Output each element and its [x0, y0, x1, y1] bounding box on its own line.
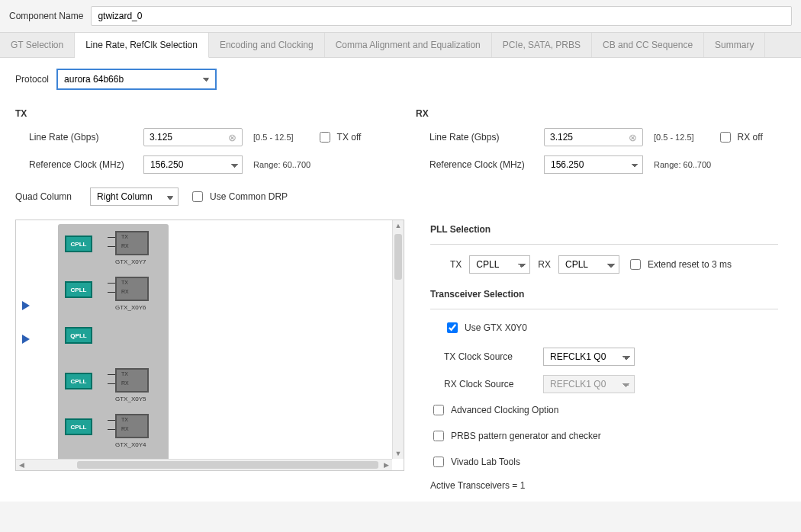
tx-port-label: TX [121, 234, 128, 239]
common-drp-label: Use Common DRP [210, 191, 288, 202]
extend-reset-label: Extend reset to 3 ms [648, 259, 732, 270]
tx-line-rate-hint: [0.5 - 12.5] [253, 133, 294, 142]
gtx-label: GTX_X0Y5 [115, 396, 146, 402]
rx-line-rate-input-wrap[interactable]: ⊗ [544, 128, 643, 146]
content-pane: Protocol aurora 64b66b TX Line Rate (Gbp… [0, 58, 801, 502]
component-name-input[interactable] [91, 6, 792, 26]
tx-port-label: TX [121, 371, 128, 377]
tx-refclk-label: Reference Clock (MHz) [29, 159, 136, 170]
rx-port-label: RX [121, 426, 129, 431]
rx-port-label: RX [121, 243, 129, 248]
scrollbar-thumb[interactable] [77, 461, 378, 469]
quad-column-select[interactable]: Right Column [90, 187, 179, 206]
tab-comma-eq[interactable]: Comma Alignment and Equalization [325, 33, 492, 57]
transceiver-selection-title: Transceiver Selection [430, 289, 778, 300]
scroll-up-icon[interactable]: ▲ [393, 222, 404, 229]
connection-line [108, 383, 115, 384]
advanced-clocking-label: Advanced Clocking Option [451, 405, 558, 415]
connection-line [108, 429, 115, 430]
rx-port-label: RX [121, 289, 129, 294]
rx-refclk-select[interactable]: 156.250 [544, 155, 643, 174]
common-drp-checkbox[interactable]: Use Common DRP [189, 189, 288, 204]
tab-pcie-sata-prbs[interactable]: PCIe, SATA, PRBS [492, 33, 592, 57]
gtx-label: GTX_X0Y7 [115, 258, 146, 265]
protocol-select[interactable]: aurora 64b66b [56, 69, 217, 90]
component-name-row: Component Name [0, 0, 801, 32]
rx-title: RX [416, 108, 786, 119]
active-transceivers-count: Active Transceivers = 1 [430, 480, 778, 491]
clear-icon[interactable]: ⊗ [227, 132, 238, 143]
tx-port-label: TX [121, 417, 128, 422]
pll-selection-title: PLL Selection [430, 224, 778, 235]
clear-icon[interactable]: ⊗ [627, 132, 639, 143]
protocol-label: Protocol [15, 74, 49, 85]
gtx-block[interactable] [115, 368, 149, 393]
tx-line-rate-label: Line Rate (Gbps) [29, 132, 136, 143]
pll-rx-select[interactable]: CPLL [558, 255, 619, 274]
gtx-block[interactable] [115, 231, 149, 255]
cpll-block[interactable]: CPLL [65, 281, 92, 298]
tx-off-checkbox[interactable]: TX off [317, 130, 362, 145]
use-gtx-checkbox[interactable]: Use GTX X0Y0 [444, 320, 527, 335]
tab-line-rate-refclk[interactable]: Line Rate, RefClk Selection [75, 33, 209, 58]
connection-line [108, 374, 115, 375]
horizontal-scrollbar[interactable]: ◀ ▶ [16, 459, 392, 470]
tx-port-label: TX [121, 280, 128, 285]
rx-clock-source-select: REFCLK1 Q0 [543, 375, 635, 393]
gtx-label: GTX_X0Y6 [115, 304, 146, 311]
tx-line-rate-input-wrap[interactable]: ⊗ [143, 128, 243, 146]
advanced-clocking-checkbox[interactable]: Advanced Clocking Option [430, 402, 558, 418]
rx-clock-source-label: RX Clock Source [444, 379, 536, 389]
connection-line [108, 420, 115, 421]
transceiver-diagram: CPLL TX RX GTX_X0Y7 CPLL TX RX GTX_X0Y6 … [15, 220, 404, 471]
tx-clock-source-select[interactable]: REFCLK1 Q0 [543, 348, 635, 366]
rx-refclk-hint: Range: 60..700 [654, 160, 711, 169]
pll-tx-label: TX [450, 259, 462, 270]
vivado-lab-label: Vivado Lab Tools [451, 457, 520, 467]
tx-line-rate-input[interactable] [148, 131, 227, 143]
qpll-block[interactable]: QPLL [65, 327, 92, 344]
prbs-label: PRBS pattern generator and checker [451, 431, 601, 441]
tab-encoding-clocking[interactable]: Encoding and Clocking [209, 33, 325, 57]
vivado-lab-checkbox[interactable]: Vivado Lab Tools [430, 454, 520, 470]
cpll-block[interactable]: CPLL [65, 418, 92, 435]
rx-port-label: RX [121, 380, 129, 386]
tab-gt-selection[interactable]: GT Selection [0, 33, 75, 57]
scroll-down-icon[interactable]: ▼ [393, 450, 404, 457]
tx-title: TX [15, 108, 385, 119]
scroll-left-icon[interactable]: ◀ [19, 460, 24, 470]
rx-off-checkbox[interactable]: RX off [717, 130, 763, 145]
rx-line-rate-label: Line Rate (Gbps) [429, 132, 536, 143]
vertical-scrollbar[interactable]: ▲ ▼ [392, 220, 404, 459]
tab-bar: GT Selection Line Rate, RefClk Selection… [0, 32, 801, 58]
scrollbar-thumb[interactable] [394, 234, 402, 280]
tab-summary[interactable]: Summary [704, 33, 765, 57]
tab-cb-cc[interactable]: CB and CC Sequence [592, 33, 704, 57]
rx-line-rate-input[interactable] [548, 131, 627, 143]
connection-line [108, 283, 115, 284]
cpll-block[interactable]: CPLL [65, 373, 92, 389]
refclk-arrow-icon [22, 335, 30, 344]
pll-tx-select[interactable]: CPLL [469, 255, 530, 274]
gtx-block[interactable] [115, 414, 149, 438]
quad-column-label: Quad Column [15, 191, 72, 202]
gtx-block[interactable] [115, 277, 149, 301]
tx-refclk-hint: Range: 60..700 [253, 160, 310, 169]
tx-off-label: TX off [337, 132, 362, 143]
rx-off-label: RX off [738, 132, 763, 143]
component-name-label: Component Name [9, 11, 83, 21]
scroll-right-icon[interactable]: ▶ [384, 460, 389, 470]
use-gtx-label: Use GTX X0Y0 [465, 322, 527, 333]
cpll-block[interactable]: CPLL [65, 236, 92, 252]
gtx-label: GTX_X0Y4 [115, 441, 146, 448]
connection-line [108, 246, 115, 247]
extend-reset-checkbox[interactable]: Extend reset to 3 ms [627, 257, 732, 272]
rx-line-rate-hint: [0.5 - 12.5] [654, 133, 694, 142]
prbs-checkbox[interactable]: PRBS pattern generator and checker [430, 428, 601, 444]
tx-clock-source-label: TX Clock Source [444, 351, 536, 362]
tx-refclk-select[interactable]: 156.250 [143, 155, 243, 174]
pll-rx-label: RX [538, 259, 551, 270]
divider [430, 309, 778, 309]
connection-line [108, 292, 115, 293]
refclk-arrow-icon [22, 301, 30, 310]
